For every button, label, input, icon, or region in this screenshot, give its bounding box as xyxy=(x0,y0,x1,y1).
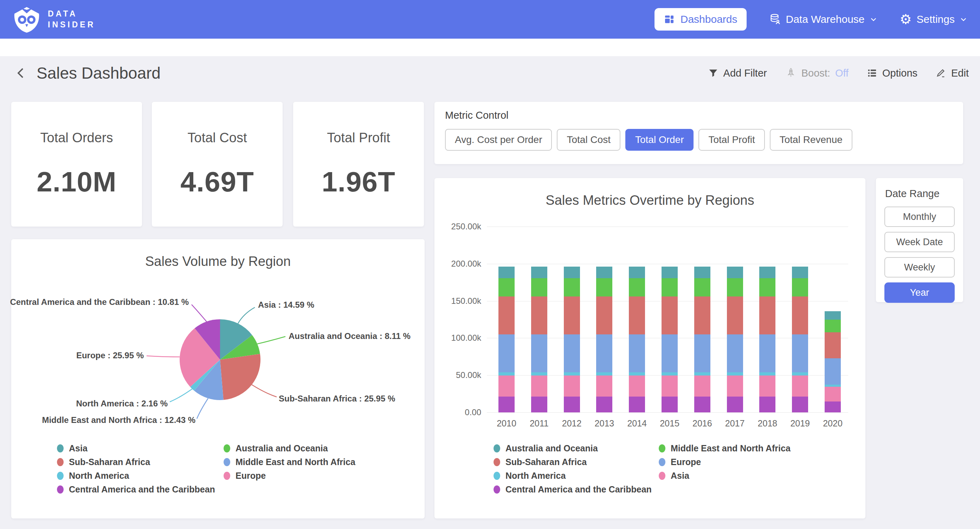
bar-segment-australia-and-oceania[interactable] xyxy=(498,267,515,278)
bar-segment-europe[interactable] xyxy=(498,334,515,372)
bar-segment-sub-saharan-africa[interactable] xyxy=(792,297,808,334)
bar-segment-central-america-and-the-caribbean[interactable] xyxy=(596,397,612,412)
bar-2012[interactable] xyxy=(564,267,580,412)
bar-segment-central-america-and-the-caribbean[interactable] xyxy=(792,397,808,412)
nav-item-settings[interactable]: ⚙ Settings xyxy=(900,13,967,26)
bar-segment-asia[interactable] xyxy=(629,375,645,397)
bar-segment-asia[interactable] xyxy=(825,387,841,402)
bar-segment-middle-east-and-north-africa[interactable] xyxy=(792,278,808,297)
bar-segment-europe[interactable] xyxy=(759,334,775,372)
bar-segment-sub-saharan-africa[interactable] xyxy=(629,297,645,334)
bar-segment-central-america-and-the-caribbean[interactable] xyxy=(825,402,841,412)
bar-segment-north-america[interactable] xyxy=(531,372,547,375)
bar-segment-asia[interactable] xyxy=(596,375,612,397)
bar-2019[interactable] xyxy=(792,267,808,412)
bar-2015[interactable] xyxy=(662,267,678,412)
bar-segment-sub-saharan-africa[interactable] xyxy=(759,297,775,334)
bar-segment-north-america[interactable] xyxy=(694,372,710,375)
options-button[interactable]: Options xyxy=(867,67,918,79)
bar-segment-central-america-and-the-caribbean[interactable] xyxy=(629,397,645,412)
bar-segment-australia-and-oceania[interactable] xyxy=(629,267,645,278)
bar-segment-australia-and-oceania[interactable] xyxy=(759,267,775,278)
bar-segment-asia[interactable] xyxy=(564,375,580,397)
bar-segment-central-america-and-the-caribbean[interactable] xyxy=(694,397,710,412)
bar-segment-middle-east-and-north-africa[interactable] xyxy=(498,278,515,297)
bar-segment-central-america-and-the-caribbean[interactable] xyxy=(662,397,678,412)
bar-segment-australia-and-oceania[interactable] xyxy=(531,267,547,278)
bar-segment-asia[interactable] xyxy=(727,375,743,397)
bar-segment-europe[interactable] xyxy=(564,334,580,372)
bar-segment-middle-east-and-north-africa[interactable] xyxy=(825,320,841,332)
bar-segment-sub-saharan-africa[interactable] xyxy=(596,297,612,334)
bar-segment-australia-and-oceania[interactable] xyxy=(564,267,580,278)
bar-segment-europe[interactable] xyxy=(694,334,710,372)
bar-segment-australia-and-oceania[interactable] xyxy=(825,311,841,319)
back-button[interactable] xyxy=(11,62,32,84)
bar-segment-north-america[interactable] xyxy=(564,372,580,375)
bar-2016[interactable] xyxy=(694,267,710,412)
bar-segment-europe[interactable] xyxy=(662,334,678,372)
bar-segment-central-america-and-the-caribbean[interactable] xyxy=(564,397,580,412)
bar-segment-australia-and-oceania[interactable] xyxy=(727,267,743,278)
bar-segment-sub-saharan-africa[interactable] xyxy=(498,297,515,334)
bar-segment-middle-east-and-north-africa[interactable] xyxy=(727,278,743,297)
bar-segment-sub-saharan-africa[interactable] xyxy=(694,297,710,334)
bar-segment-australia-and-oceania[interactable] xyxy=(596,267,612,278)
bar-segment-middle-east-and-north-africa[interactable] xyxy=(596,278,612,297)
bar-segment-europe[interactable] xyxy=(727,334,743,372)
metric-button-total-profit[interactable]: Total Profit xyxy=(698,129,765,151)
metric-button-total-cost[interactable]: Total Cost xyxy=(557,129,620,151)
bar-segment-sub-saharan-africa[interactable] xyxy=(662,297,678,334)
bar-segment-australia-and-oceania[interactable] xyxy=(792,267,808,278)
bar-segment-north-america[interactable] xyxy=(792,372,808,375)
bar-2013[interactable] xyxy=(596,267,612,412)
bar-segment-north-america[interactable] xyxy=(759,372,775,375)
bar-segment-asia[interactable] xyxy=(792,375,808,397)
bar-2014[interactable] xyxy=(629,267,645,412)
bar-segment-asia[interactable] xyxy=(694,375,710,397)
pie-slice-sub-saharan-africa[interactable] xyxy=(220,354,261,400)
bar-segment-sub-saharan-africa[interactable] xyxy=(564,297,580,334)
bar-2020[interactable] xyxy=(825,311,841,412)
bar-segment-europe[interactable] xyxy=(596,334,612,372)
metric-button-total-revenue[interactable]: Total Revenue xyxy=(770,129,853,151)
bar-segment-asia[interactable] xyxy=(531,375,547,397)
metric-button-avg-cost-per-order[interactable]: Avg. Cost per Order xyxy=(445,129,552,151)
edit-button[interactable]: Edit xyxy=(936,67,969,79)
date-range-button-year[interactable]: Year xyxy=(885,283,955,303)
date-range-button-weekly[interactable]: Weekly xyxy=(885,257,955,278)
bar-segment-sub-saharan-africa[interactable] xyxy=(531,297,547,334)
bar-2011[interactable] xyxy=(531,267,547,412)
bar-segment-north-america[interactable] xyxy=(498,372,515,375)
bar-2010[interactable] xyxy=(498,267,515,412)
bar-segment-europe[interactable] xyxy=(629,334,645,372)
bar-segment-central-america-and-the-caribbean[interactable] xyxy=(531,397,547,412)
nav-item-dashboards[interactable]: Dashboards xyxy=(654,8,746,30)
bar-segment-middle-east-and-north-africa[interactable] xyxy=(662,278,678,297)
bar-segment-middle-east-and-north-africa[interactable] xyxy=(694,278,710,297)
bar-segment-asia[interactable] xyxy=(498,375,515,397)
bar-segment-north-america[interactable] xyxy=(662,372,678,375)
bar-2017[interactable] xyxy=(727,267,743,412)
bar-segment-north-america[interactable] xyxy=(629,372,645,375)
bar-segment-asia[interactable] xyxy=(759,375,775,397)
bar-segment-australia-and-oceania[interactable] xyxy=(662,267,678,278)
bar-segment-north-america[interactable] xyxy=(727,372,743,375)
bar-segment-sub-saharan-africa[interactable] xyxy=(727,297,743,334)
bar-segment-central-america-and-the-caribbean[interactable] xyxy=(759,397,775,412)
bar-segment-sub-saharan-africa[interactable] xyxy=(825,332,841,359)
bar-2018[interactable] xyxy=(759,267,775,412)
bar-segment-middle-east-and-north-africa[interactable] xyxy=(564,278,580,297)
date-range-button-monthly[interactable]: Monthly xyxy=(885,207,955,227)
boost-toggle[interactable]: Boost: Off xyxy=(785,67,848,79)
bar-segment-europe[interactable] xyxy=(825,358,841,384)
bar-segment-asia[interactable] xyxy=(662,375,678,397)
bar-segment-europe[interactable] xyxy=(792,334,808,372)
bar-segment-middle-east-and-north-africa[interactable] xyxy=(629,278,645,297)
nav-item-data-warehouse[interactable]: Data Warehouse xyxy=(769,13,877,25)
bar-segment-middle-east-and-north-africa[interactable] xyxy=(531,278,547,297)
bar-segment-central-america-and-the-caribbean[interactable] xyxy=(498,397,515,412)
date-range-button-week-date[interactable]: Week Date xyxy=(885,232,955,252)
bar-segment-middle-east-and-north-africa[interactable] xyxy=(759,278,775,297)
bar-segment-europe[interactable] xyxy=(531,334,547,372)
